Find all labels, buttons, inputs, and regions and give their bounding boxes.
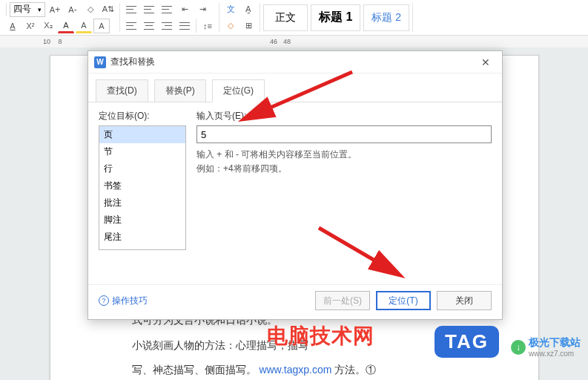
download-site-badge: 极光下载站 www.xz7.com	[511, 336, 581, 358]
tips-link[interactable]: ? 操作技巧	[99, 295, 309, 307]
svg-line-3	[319, 228, 399, 275]
change-case-button[interactable]: A⇅	[100, 2, 116, 17]
font-color-button[interactable]: A	[58, 19, 74, 33]
shrink-font-button[interactable]: A-	[65, 2, 81, 17]
decrease-indent-button[interactable]: ⇤	[176, 2, 193, 17]
formatting-toolbar: 四号 ▾ A+ A- ◇ A⇅ A X² X₂ A A A ⇤ ⇥	[0, 0, 588, 36]
list-item[interactable]: 批注	[99, 194, 185, 212]
goto-target-listbox[interactable]: 页 节 行 书签 批注 脚注 尾注 域	[99, 125, 186, 250]
list-item[interactable]: 书签	[99, 177, 185, 194]
list-item[interactable]: 节	[99, 143, 185, 160]
svg-line-1	[245, 72, 352, 119]
tag-badge: TAG	[435, 326, 499, 358]
style-heading2[interactable]: 标题 2	[363, 4, 409, 31]
list-item[interactable]: 页	[99, 126, 185, 143]
tab-find[interactable]: 查找(D)	[96, 79, 148, 102]
page-number-input[interactable]	[196, 125, 492, 143]
text-direction-button[interactable]: 文	[222, 2, 239, 17]
multilevel-list-button[interactable]	[159, 2, 175, 17]
numbering-button[interactable]	[141, 2, 157, 17]
dialog-title: 查找和替换	[110, 56, 475, 68]
align-left-button[interactable]	[123, 19, 139, 33]
list-item[interactable]: 脚注	[99, 212, 185, 229]
ruby-button[interactable]: A̱	[240, 2, 257, 17]
increase-indent-button[interactable]: ⇥	[194, 2, 211, 17]
bullets-button[interactable]	[123, 2, 139, 17]
close-button[interactable]: 关闭	[437, 291, 492, 310]
list-item[interactable]: 行	[99, 160, 185, 177]
doc-text-line: 写、神态描写、侧面描写。 www.tagxp.com 方法。①	[132, 358, 457, 380]
previous-button[interactable]: 前一处(S)	[315, 291, 370, 310]
style-normal[interactable]: 正文	[263, 4, 308, 31]
list-item[interactable]: 尾注	[99, 229, 185, 246]
borders-button[interactable]: ⊞	[240, 19, 257, 33]
goto-button[interactable]: 定位(T)	[376, 291, 431, 310]
watermark-text: 电脑技术网	[267, 322, 374, 350]
shading-button[interactable]: A	[93, 19, 110, 33]
close-icon[interactable]: ✕	[475, 52, 496, 73]
font-size-dropdown[interactable]: 四号 ▾	[10, 2, 45, 17]
line-spacing-button[interactable]: ↕≡	[199, 19, 216, 33]
grow-font-button[interactable]: A+	[47, 2, 63, 17]
align-justify-button[interactable]	[176, 19, 193, 33]
tab-replace[interactable]: 替换(P)	[154, 79, 206, 102]
goto-target-label: 定位目标(O):	[99, 110, 186, 122]
annotation-arrow-icon	[237, 68, 356, 128]
highlight-button[interactable]: A	[76, 19, 92, 33]
horizontal-ruler: 108 46 48	[0, 36, 588, 48]
fill-color-button[interactable]: ◇	[222, 19, 239, 33]
info-icon: ?	[99, 295, 109, 306]
superscript-button[interactable]: X²	[22, 19, 39, 33]
hint-text: 输入 + 和 - 可将相关内容移至当前位置。 例如：+4将前移四项。	[196, 148, 492, 176]
underline-button[interactable]: A	[4, 19, 21, 33]
download-icon	[511, 340, 526, 355]
clear-format-button[interactable]: ◇	[82, 2, 99, 17]
subscript-button[interactable]: X₂	[40, 19, 56, 33]
style-heading1[interactable]: 标题 1	[311, 4, 360, 31]
align-center-button[interactable]	[141, 19, 157, 33]
align-right-button[interactable]	[159, 19, 175, 33]
app-icon: W	[94, 56, 106, 68]
list-item[interactable]: 域	[99, 246, 185, 250]
annotation-arrow-icon	[311, 224, 415, 284]
